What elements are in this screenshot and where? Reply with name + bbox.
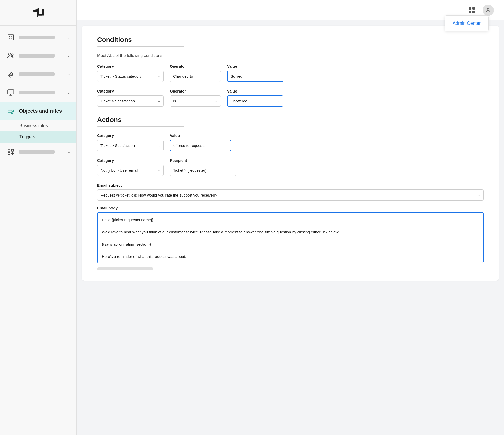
action-2-category-group: Category Notify by > User email ⌄ — [97, 158, 164, 176]
svg-rect-0 — [8, 35, 14, 40]
condition-1-operator-group: Operator Changed to ⌄ — [170, 64, 221, 82]
chevron-down-icon: ⌄ — [67, 54, 70, 58]
monitor-icon — [6, 88, 15, 97]
condition-2-operator-select[interactable]: Is — [170, 95, 221, 107]
email-subject-select[interactable]: Request #{{ticket.id}}: How would you ra… — [97, 189, 484, 201]
condition-1-category-label: Category — [97, 64, 164, 68]
arrows-icon — [6, 70, 15, 79]
condition-1-value-group: Value Solved ⌄ — [227, 64, 283, 82]
sidebar-item-channels[interactable]: ⌄ — [0, 65, 76, 83]
sidebar-item-people[interactable]: ⌄ — [0, 47, 76, 65]
svg-rect-11 — [11, 149, 13, 151]
sidebar-item-objects-rules[interactable]: Objects and rules — [0, 102, 76, 120]
action-1-value-group: Value — [170, 133, 231, 151]
condition-2-category-group: Category Ticket > Satisfaction ⌄ — [97, 89, 164, 107]
action-row-1: Category Ticket > Satisfaction ⌄ Value — [97, 133, 484, 151]
sidebar-item-marketplace[interactable]: ⌄ — [0, 143, 76, 161]
condition-2-operator-select-wrapper: Is ⌄ — [170, 95, 221, 107]
svg-point-6 — [11, 54, 13, 56]
conditions-section: Conditions Meet ALL of the following con… — [97, 36, 484, 107]
sidebar: ⌄ ⌄ ⌄ — [0, 0, 77, 435]
email-subject-select-wrapper: Request #{{ticket.id}}: How would you ra… — [97, 189, 484, 201]
actions-divider — [97, 126, 184, 127]
chevron-down-icon: ⌄ — [67, 150, 70, 154]
grid-icon — [469, 7, 475, 13]
condition-2-value-group: Value Unoffered ⌄ — [227, 89, 283, 107]
objects-rules-icon — [6, 106, 15, 116]
action-1-category-group: Category Ticket > Satisfaction ⌄ — [97, 133, 164, 151]
condition-1-value-label: Value — [227, 64, 283, 68]
condition-2-category-select-wrapper: Ticket > Satisfaction ⌄ — [97, 95, 164, 107]
action-row-2: Category Notify by > User email ⌄ Recipi… — [97, 158, 484, 176]
email-body-scrollbar[interactable] — [97, 267, 153, 270]
sidebar-logo — [0, 0, 76, 26]
action-1-value-input[interactable] — [170, 140, 231, 151]
sidebar-item-workspaces[interactable]: ⌄ — [0, 83, 76, 102]
people-icon — [6, 51, 15, 60]
sidebar-navigation: ⌄ ⌄ ⌄ — [0, 26, 76, 164]
condition-row-2: Category Ticket > Satisfaction ⌄ Operato… — [97, 89, 484, 107]
action-2-recipient-label: Recipient — [170, 158, 236, 163]
condition-1-category-group: Category Ticket > Status category ⌄ — [97, 64, 164, 82]
conditions-title: Conditions — [97, 36, 484, 44]
condition-2-category-select[interactable]: Ticket > Satisfaction — [97, 95, 164, 107]
topbar: Admin Center — [77, 0, 504, 20]
svg-rect-1 — [9, 36, 10, 37]
condition-1-category-select-wrapper: Ticket > Status category ⌄ — [97, 71, 164, 82]
email-body-textarea[interactable]: Hello {{ticket.requester.name}}, We'd lo… — [97, 212, 484, 263]
condition-2-operator-group: Operator Is ⌄ — [170, 89, 221, 107]
action-1-value-label: Value — [170, 133, 231, 138]
condition-2-category-label: Category — [97, 89, 164, 93]
sidebar-item-objects-rules-label: Objects and rules — [19, 108, 62, 114]
grid-add-icon — [6, 147, 15, 156]
condition-1-value-select[interactable]: Solved — [227, 71, 283, 82]
condition-2-value-select-wrapper: Unoffered ⌄ — [227, 95, 283, 107]
action-1-category-select[interactable]: Ticket > Satisfaction — [97, 140, 164, 151]
chevron-down-icon: ⌄ — [67, 35, 70, 39]
action-1-category-label: Category — [97, 133, 164, 138]
email-subject-row: Email subject Request #{{ticket.id}}: Ho… — [97, 183, 484, 201]
svg-rect-12 — [8, 152, 10, 154]
user-profile-button[interactable] — [483, 5, 494, 16]
condition-2-value-label: Value — [227, 89, 283, 93]
condition-2-operator-label: Operator — [170, 89, 221, 93]
svg-rect-4 — [11, 38, 12, 39]
main-content: Admin Center Conditions Meet ALL of the … — [77, 0, 504, 435]
zendesk-logo — [28, 6, 49, 19]
sidebar-sub-navigation: Business rules Triggers — [0, 120, 76, 143]
condition-1-operator-select-wrapper: Changed to ⌄ — [170, 71, 221, 82]
conditions-divider — [97, 46, 184, 47]
action-1-category-select-wrapper: Ticket > Satisfaction ⌄ — [97, 140, 164, 151]
condition-1-value-select-wrapper: Solved ⌄ — [227, 71, 283, 82]
condition-1-operator-select[interactable]: Changed to — [170, 71, 221, 82]
page-content: Conditions Meet ALL of the following con… — [82, 26, 499, 281]
condition-1-category-select[interactable]: Ticket > Status category — [97, 71, 164, 82]
action-2-category-select-wrapper: Notify by > User email ⌄ — [97, 165, 164, 176]
chevron-down-icon: ⌄ — [67, 90, 70, 95]
admin-center-popup: Admin Center — [445, 15, 489, 31]
condition-row-1: Category Ticket > Status category ⌄ Oper… — [97, 64, 484, 82]
action-2-category-select[interactable]: Notify by > User email — [97, 165, 164, 176]
admin-center-link[interactable]: Admin Center — [453, 21, 481, 26]
sidebar-item-business-rules[interactable]: Business rules — [0, 120, 76, 131]
action-2-recipient-select-wrapper: Ticket > (requester) ⌄ — [170, 165, 236, 176]
svg-rect-2 — [11, 36, 12, 37]
svg-rect-10 — [8, 149, 10, 151]
apps-grid-button[interactable] — [466, 5, 477, 16]
chevron-down-icon: ⌄ — [67, 72, 70, 76]
action-2-category-label: Category — [97, 158, 164, 163]
svg-rect-3 — [9, 38, 10, 39]
svg-point-5 — [9, 53, 11, 55]
sidebar-item-triggers[interactable]: Triggers — [0, 131, 76, 143]
email-subject-label: Email subject — [97, 183, 484, 187]
action-2-recipient-group: Recipient Ticket > (requester) ⌄ — [170, 158, 236, 176]
action-2-recipient-select[interactable]: Ticket > (requester) — [170, 165, 236, 176]
condition-2-value-select[interactable]: Unoffered — [227, 95, 283, 107]
condition-1-operator-label: Operator — [170, 64, 221, 68]
actions-section: Actions Category Ticket > Satisfaction ⌄… — [97, 116, 484, 270]
topbar-icons — [466, 5, 494, 16]
sidebar-item-building[interactable]: ⌄ — [0, 28, 76, 47]
conditions-description: Meet ALL of the following conditions — [97, 53, 484, 58]
actions-title: Actions — [97, 116, 484, 124]
building-icon — [6, 33, 15, 42]
